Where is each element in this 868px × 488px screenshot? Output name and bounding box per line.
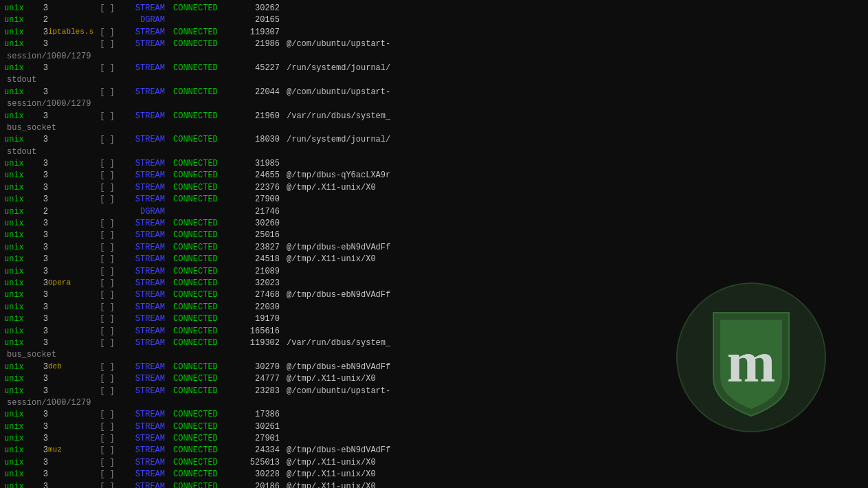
table-row: unix3[ ]STREAMCONNECTED30260	[4, 218, 864, 230]
linux-mint-logo: m	[676, 282, 827, 433]
terminal-window: unix3[ ]STREAMCONNECTED30262unix2DGRAM20…	[0, 0, 868, 488]
table-row: stdout	[4, 146, 864, 158]
table-row: unix3iptables.s[ ]STREAMCONNECTED119307	[4, 27, 864, 38]
table-row: unix3[ ]STREAMCONNECTED22376@/tmp/.X11-u…	[4, 182, 864, 194]
table-row: unix3[ ]STREAMCONNECTED21089	[4, 266, 864, 278]
table-row: unix3[ ]STREAMCONNECTED30228@/tmp/.X11-u…	[4, 469, 864, 480]
table-row: unix2DGRAM20165	[4, 14, 864, 26]
table-row: unix3[ ]STREAMCONNECTED21960/var/run/dbu…	[4, 111, 864, 122]
table-row: unix3[ ]STREAMCONNECTED22044@/com/ubuntu…	[4, 87, 864, 98]
table-row: unix3[ ]STREAMCONNECTED21986@/com/ubuntu…	[4, 38, 864, 50]
table-row: unix2DGRAM21746	[4, 206, 864, 218]
table-row: unix3muz[ ]STREAMCONNECTED24334@/tmp/dbu…	[4, 445, 864, 456]
table-row: unix3[ ]STREAMCONNECTED27900	[4, 194, 864, 206]
table-row: unix3[ ]STREAMCONNECTED24518@/tmp/.X11-u…	[4, 254, 864, 265]
table-row: session/1000/1279	[4, 51, 864, 63]
table-row: unix3[ ]STREAMCONNECTED25016	[4, 230, 864, 241]
table-row: unix3[ ]STREAMCONNECTED30262	[4, 3, 864, 14]
table-row: unix3[ ]STREAMCONNECTED45227/run/systemd…	[4, 63, 864, 74]
table-row: unix3[ ]STREAMCONNECTED27901	[4, 433, 864, 445]
table-row: unix3[ ]STREAMCONNECTED23827@/tmp/dbus-e…	[4, 242, 864, 254]
table-row: unix3[ ]STREAMCONNECTED24655@/tmp/dbus-q…	[4, 170, 864, 181]
table-row: session/1000/1279	[4, 98, 864, 110]
table-row: unix3[ ]STREAMCONNECTED18030/run/systemd…	[4, 134, 864, 146]
table-row: bus_socket	[4, 122, 864, 134]
svg-text:m: m	[727, 329, 776, 394]
table-row: unix3[ ]STREAMCONNECTED31985	[4, 158, 864, 170]
table-row: stdout	[4, 74, 864, 86]
table-row: unix3[ ]STREAMCONNECTED525013@/tmp/.X11-…	[4, 457, 864, 469]
table-row: unix3[ ]STREAMCONNECTED20186@/tmp/.X11-u…	[4, 481, 864, 488]
